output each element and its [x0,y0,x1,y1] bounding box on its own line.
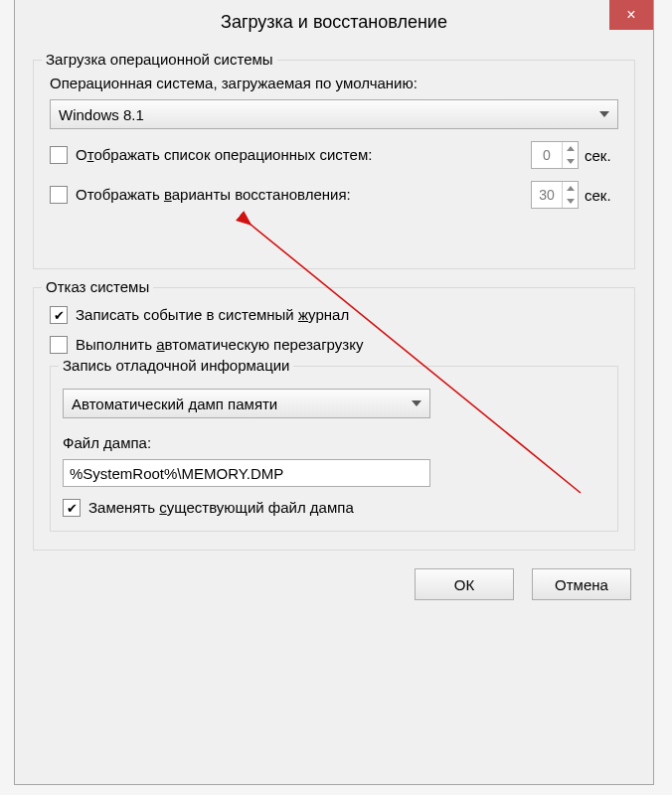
dialog-title: Загрузка и восстановление [221,12,447,33]
show-recovery-row: Отображать варианты восстановления: 30 с… [50,181,618,209]
default-os-value: Windows 8.1 [59,106,144,123]
spinner-icon [562,182,578,208]
auto-restart-label: Выполнить автоматическую перезагрузку [76,336,363,354]
system-failure-group: Отказ системы Записать событие в системн… [33,287,635,551]
show-os-list-label: Отображать список операционных систем: [76,146,372,164]
show-recovery-stepper[interactable]: 30 [531,181,579,209]
show-os-list-secs: 0 сек. [531,141,618,169]
dialog-content: Загрузка операционной системы Операционн… [15,44,653,612]
show-os-list-checkbox[interactable] [50,146,68,164]
dumpfile-label: Файл дампа: [63,434,605,451]
show-os-list-value: 0 [532,147,562,163]
chevron-down-icon [412,400,421,406]
show-os-list-stepper[interactable]: 0 [531,141,579,169]
system-startup-title: Загрузка операционной системы [42,51,277,68]
spinner-icon [562,142,578,168]
system-failure-title: Отказ системы [42,278,153,295]
seconds-unit: сек. [585,187,618,204]
dump-kind-select[interactable]: Автоматический дамп памяти [63,389,430,418]
dumpfile-value: %SystemRoot%\MEMORY.DMP [70,465,283,482]
auto-restart-checkbox[interactable] [50,336,68,354]
default-os-select[interactable]: Windows 8.1 [50,99,618,129]
show-recovery-checkbox[interactable] [50,186,68,204]
log-event-checkbox[interactable] [50,306,68,324]
overwrite-label: Заменять существующий файл дампа [88,499,354,517]
dump-kind-value: Автоматический дамп памяти [72,396,277,412]
show-os-list-row: Отображать список операционных систем: 0… [50,141,618,169]
close-icon: × [626,6,635,24]
default-os-label: Операционная система, загружаемая по умо… [50,75,618,91]
titlebar: Загрузка и восстановление × [15,0,653,44]
overwrite-row: Заменять существующий файл дампа [63,499,605,517]
log-event-row: Записать событие в системный журнал [50,306,618,324]
show-recovery-value: 30 [532,187,562,203]
svg-marker-2 [567,186,575,191]
dumpfile-input[interactable]: %SystemRoot%\MEMORY.DMP [63,459,430,487]
overwrite-checkbox[interactable] [63,499,81,517]
chevron-down-icon [599,111,609,117]
ok-button[interactable]: ОК [415,568,514,600]
debug-info-title: Запись отладочной информации [59,357,293,374]
close-button[interactable]: × [609,0,653,30]
startup-recovery-dialog: Загрузка и восстановление × Загрузка опе… [14,0,654,785]
debug-info-group: Запись отладочной информации Автоматичес… [50,366,618,532]
show-recovery-secs: 30 сек. [531,181,618,209]
show-recovery-label: Отображать варианты восстановления: [76,186,351,204]
dialog-buttons: ОК Отмена [33,568,635,600]
log-event-label: Записать событие в системный журнал [76,306,349,324]
seconds-unit: сек. [585,147,618,164]
cancel-button[interactable]: Отмена [532,568,631,600]
auto-restart-row: Выполнить автоматическую перезагрузку [50,336,618,354]
svg-marker-1 [567,159,575,164]
svg-marker-0 [567,146,575,151]
svg-marker-3 [567,199,575,204]
system-startup-group: Загрузка операционной системы Операционн… [33,60,635,269]
